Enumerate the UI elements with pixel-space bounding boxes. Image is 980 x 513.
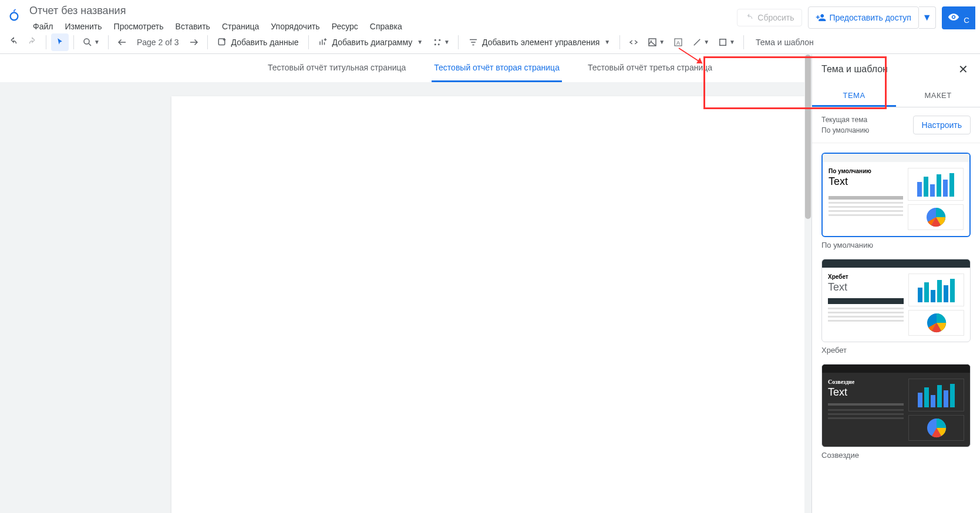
theme-list[interactable]: По умолчанию Text По умолчанию Хребет bbox=[812, 143, 980, 508]
toolbar: ▼ Page 2 of 3 Добавить данные Добавить д… bbox=[0, 31, 980, 54]
redo-button[interactable] bbox=[23, 33, 41, 51]
tab-page-2[interactable]: Тестовый отчёт вторая страница bbox=[432, 55, 562, 82]
theme-name-ridge: Хребет bbox=[821, 346, 971, 355]
annotation-arrow-icon bbox=[676, 46, 708, 69]
menu-edit[interactable]: Изменить bbox=[59, 19, 107, 33]
share-button[interactable]: Предоставить доступ bbox=[808, 6, 919, 29]
menu-page[interactable]: Страница bbox=[216, 19, 265, 33]
theme-preview-title: Хребет bbox=[828, 274, 904, 280]
svg-point-4 bbox=[435, 39, 436, 41]
svg-point-0 bbox=[11, 12, 18, 20]
pie-chart-icon bbox=[908, 204, 964, 230]
menu-arrange[interactable]: Упорядочить bbox=[265, 19, 325, 33]
theme-panel: Тема и шаблон ✕ ТЕМА МАКЕТ Текущая тема … bbox=[811, 55, 980, 513]
theme-name-default: По умолчанию bbox=[821, 241, 971, 249]
shape-button[interactable]: ▼ bbox=[714, 33, 739, 51]
undo-icon bbox=[745, 13, 754, 22]
close-icon[interactable]: ✕ bbox=[956, 60, 971, 79]
bar-chart-icon bbox=[908, 168, 964, 201]
panel-header: Тема и шаблон ✕ bbox=[812, 55, 980, 84]
theme-layout-label[interactable]: Тема и шаблон bbox=[756, 38, 814, 47]
panel-tab-layout[interactable]: МАКЕТ bbox=[896, 84, 980, 107]
reset-button[interactable]: Сбросить bbox=[737, 9, 801, 26]
app-logo[interactable] bbox=[5, 6, 23, 25]
image-button[interactable]: ▼ bbox=[644, 33, 668, 51]
theme-name-constellation: Созвездие bbox=[821, 451, 971, 460]
svg-text:A: A bbox=[676, 39, 680, 45]
community-viz-button[interactable]: ▼ bbox=[429, 33, 453, 51]
pie-chart-icon bbox=[908, 310, 964, 336]
theme-card-default[interactable]: По умолчанию Text bbox=[821, 153, 971, 237]
svg-rect-12 bbox=[720, 39, 726, 45]
theme-card-constellation[interactable]: Созвездие Text bbox=[821, 364, 971, 447]
zoom-button[interactable]: ▼ bbox=[79, 33, 103, 51]
panel-tab-theme[interactable]: ТЕМА bbox=[812, 84, 896, 107]
theme-preview-title: По умолчанию bbox=[829, 168, 903, 174]
current-theme-value: По умолчанию bbox=[821, 125, 869, 136]
menu-file[interactable]: Файл bbox=[27, 19, 59, 33]
add-chart-button[interactable]: Добавить диаграмму▼ bbox=[314, 33, 428, 51]
theme-card-ridge[interactable]: Хребет Text bbox=[821, 259, 971, 342]
menu-help[interactable]: Справка bbox=[364, 19, 408, 33]
eye-icon bbox=[948, 11, 959, 23]
embed-button[interactable] bbox=[625, 33, 642, 51]
theme-preview-text: Text bbox=[828, 281, 904, 293]
scrollbar-thumb[interactable] bbox=[805, 55, 811, 219]
current-theme-label: Текущая тема bbox=[821, 114, 869, 125]
chart-add-icon bbox=[318, 37, 329, 48]
panel-title: Тема и шаблон bbox=[821, 64, 888, 75]
svg-line-11 bbox=[694, 39, 701, 45]
theme-preview-text: Text bbox=[828, 386, 904, 399]
current-theme-section: Текущая тема По умолчанию Настроить bbox=[812, 107, 980, 143]
header-actions: Сбросить Предоставить доступ ▼ С bbox=[737, 6, 975, 29]
tab-page-1[interactable]: Тестовый отчёт титульная страница bbox=[265, 55, 408, 82]
page-indicator: Page 2 of 3 bbox=[137, 38, 179, 47]
filter-icon bbox=[468, 37, 479, 48]
report-canvas[interactable] bbox=[171, 96, 809, 513]
document-title[interactable]: Отчет без названия bbox=[27, 4, 737, 18]
svg-point-5 bbox=[439, 39, 440, 41]
select-tool[interactable] bbox=[51, 33, 69, 51]
menu-resource[interactable]: Ресурс bbox=[326, 19, 364, 33]
bar-chart-icon bbox=[908, 274, 964, 306]
next-page-button[interactable] bbox=[185, 33, 203, 51]
theme-preview-title: Созвездие bbox=[828, 379, 904, 385]
person-add-icon bbox=[816, 12, 826, 23]
bar-chart-icon bbox=[908, 379, 964, 411]
menubar: Файл Изменить Просмотреть Вставить Стран… bbox=[27, 19, 737, 33]
svg-point-6 bbox=[435, 43, 436, 45]
theme-preview-text: Text bbox=[829, 176, 903, 188]
share-dropdown[interactable]: ▼ bbox=[919, 6, 936, 29]
svg-line-2 bbox=[89, 43, 91, 46]
title-area: Отчет без названия Файл Изменить Просмот… bbox=[27, 4, 737, 33]
app-header: Отчет без названия Файл Изменить Просмот… bbox=[0, 0, 980, 31]
undo-button[interactable] bbox=[5, 33, 22, 51]
prev-page-button[interactable] bbox=[113, 33, 131, 51]
database-add-icon bbox=[217, 37, 228, 48]
view-button[interactable]: С bbox=[942, 6, 975, 29]
menu-insert[interactable]: Вставить bbox=[170, 19, 216, 33]
configure-button[interactable]: Настроить bbox=[913, 116, 971, 134]
panel-tabs: ТЕМА МАКЕТ bbox=[812, 84, 980, 107]
menu-view[interactable]: Просмотреть bbox=[108, 19, 170, 33]
svg-point-1 bbox=[84, 39, 89, 44]
add-control-button[interactable]: Добавить элемент управления▼ bbox=[463, 33, 615, 51]
add-data-button[interactable]: Добавить данные bbox=[213, 33, 304, 51]
canvas-scrollbar[interactable] bbox=[804, 55, 811, 513]
pie-chart-icon bbox=[908, 415, 964, 441]
